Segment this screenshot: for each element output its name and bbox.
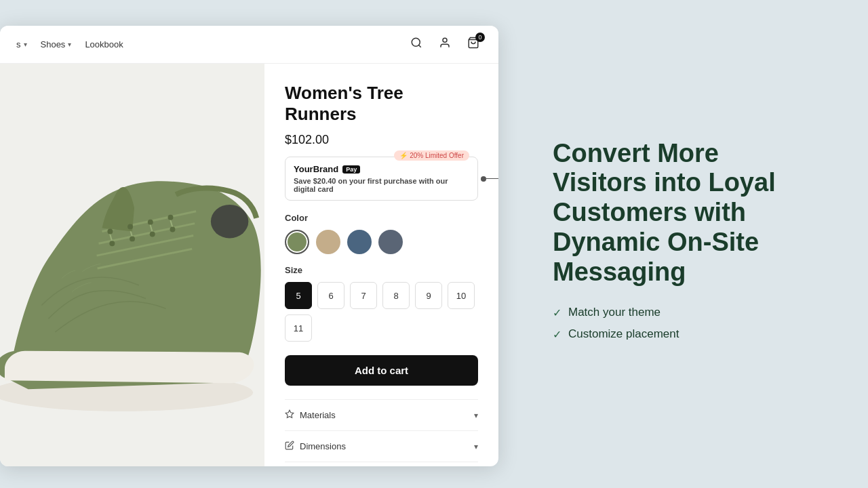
nav-bar: s ▾ Shoes ▾ Lookbook xyxy=(0,26,498,64)
color-label: Color xyxy=(285,213,478,223)
nav-item-s[interactable]: s ▾ xyxy=(16,39,27,49)
marketing-panel: Convert More Visitors into Loyal Custome… xyxy=(498,0,868,488)
nav-label-shoes: Shoes xyxy=(41,39,66,49)
dimensions-label: Dimensions xyxy=(300,441,346,451)
color-swatch-slate[interactable] xyxy=(378,230,403,254)
arrow-line xyxy=(486,178,498,179)
arrow-annotation xyxy=(481,176,498,182)
size-btn-6[interactable]: 6 xyxy=(317,282,344,309)
offer-banner: ⚡ 20% Limited Offer YourBrand Pay Save $… xyxy=(285,157,478,201)
marketing-title: Convert More Visitors into Loyal Custome… xyxy=(553,139,814,287)
svg-point-12 xyxy=(148,220,153,225)
accordion-care: Care Instructions ▾ xyxy=(285,462,478,466)
marketing-feature-1: ✓ Match your theme xyxy=(553,306,814,319)
nav-chevron-s: ▾ xyxy=(24,41,27,48)
accordion-dimensions-left: Dimensions xyxy=(285,441,346,452)
bolt-icon: ⚡ xyxy=(399,152,408,159)
product-price: $102.00 xyxy=(285,133,478,147)
nav-label-s: s xyxy=(16,39,21,49)
svg-point-17 xyxy=(170,227,175,232)
dimensions-chevron: ▾ xyxy=(474,442,478,451)
nav-items: s ▾ Shoes ▾ Lookbook xyxy=(16,39,408,49)
color-swatch-tan[interactable] xyxy=(316,230,340,254)
cart-badge: 0 xyxy=(475,33,485,42)
size-btn-5[interactable]: 5 xyxy=(285,282,312,309)
size-btn-11[interactable]: 11 xyxy=(285,314,312,342)
check-icon-1: ✓ xyxy=(553,306,561,319)
color-options xyxy=(285,230,478,254)
svg-point-0 xyxy=(412,38,420,46)
accordion-materials: Materials ▾ xyxy=(285,399,478,430)
size-options: 5 6 7 8 9 10 11 xyxy=(285,282,478,342)
cart-button[interactable]: 0 xyxy=(465,34,482,55)
svg-point-16 xyxy=(150,232,155,237)
size-btn-10[interactable]: 10 xyxy=(448,282,475,309)
nav-icons: 0 xyxy=(408,34,482,55)
pay-badge: Pay xyxy=(342,165,360,174)
svg-marker-18 xyxy=(285,411,294,418)
materials-icon xyxy=(285,409,294,421)
offer-badge: ⚡ 20% Limited Offer xyxy=(394,150,469,161)
svg-point-14 xyxy=(109,241,115,246)
marketing-content: Convert More Visitors into Loyal Custome… xyxy=(553,139,814,349)
svg-point-11 xyxy=(127,224,133,230)
materials-chevron: ▾ xyxy=(474,411,478,420)
user-icon xyxy=(439,37,451,49)
materials-label: Materials xyxy=(300,410,336,420)
accordion-materials-left: Materials xyxy=(285,409,336,421)
brand-name: YourBrand xyxy=(294,164,338,174)
dimensions-icon xyxy=(285,441,294,452)
color-swatch-navy[interactable] xyxy=(347,230,372,254)
product-details: Women's Tree Runners $102.00 ⚡ 20% Limit… xyxy=(264,64,498,466)
main-content: Women's Tree Runners $102.00 ⚡ 20% Limit… xyxy=(0,64,498,466)
svg-point-9 xyxy=(211,205,248,239)
accordion-dimensions-header[interactable]: Dimensions ▾ xyxy=(285,441,478,452)
marketing-feature-2: ✓ Customize placement xyxy=(553,327,814,341)
account-button[interactable] xyxy=(436,34,454,55)
accordion-dimensions: Dimensions ▾ xyxy=(285,430,478,462)
shoe-image xyxy=(0,64,264,466)
product-image-area xyxy=(0,64,264,466)
search-button[interactable] xyxy=(408,34,425,55)
nav-chevron-shoes: ▾ xyxy=(68,41,71,48)
svg-point-2 xyxy=(443,38,447,42)
arrow-dot xyxy=(481,176,486,182)
svg-point-10 xyxy=(107,229,113,235)
feature-text-2: Customize placement xyxy=(568,327,679,341)
size-btn-7[interactable]: 7 xyxy=(350,282,377,309)
search-icon xyxy=(410,37,422,49)
size-btn-8[interactable]: 8 xyxy=(382,282,410,309)
svg-line-1 xyxy=(418,45,420,47)
size-label: Size xyxy=(285,265,478,275)
feature-text-1: Match your theme xyxy=(568,306,660,319)
product-title: Women's Tree Runners xyxy=(285,83,478,125)
size-btn-9[interactable]: 9 xyxy=(415,282,442,309)
offer-description: Save $20.40 on your first purchase with … xyxy=(294,177,469,193)
browser-card: s ▾ Shoes ▾ Lookbook xyxy=(0,26,498,466)
nav-item-lookbook[interactable]: Lookbook xyxy=(85,39,123,49)
color-swatch-olive[interactable] xyxy=(285,230,309,254)
brand-line: YourBrand Pay xyxy=(294,164,469,174)
accordion-materials-header[interactable]: Materials ▾ xyxy=(285,409,478,421)
offer-badge-text: 20% Limited Offer xyxy=(410,152,464,159)
nav-item-shoes[interactable]: Shoes ▾ xyxy=(41,39,72,49)
offer-text-content: Save $20.40 on your first purchase with … xyxy=(294,177,448,193)
svg-point-13 xyxy=(168,215,174,220)
check-icon-2: ✓ xyxy=(553,328,561,341)
svg-point-15 xyxy=(130,236,135,241)
nav-label-lookbook: Lookbook xyxy=(85,39,123,49)
add-to-cart-button[interactable]: Add to cart xyxy=(285,355,478,386)
